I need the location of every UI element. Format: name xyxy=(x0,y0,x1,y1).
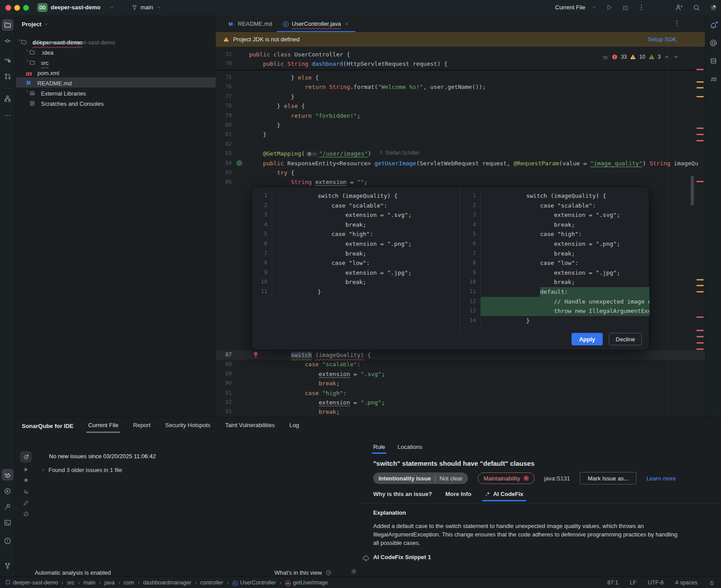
breadcrumb-item-com[interactable]: com xyxy=(124,580,134,586)
tree-item-src[interactable]: src xyxy=(16,57,216,67)
debug-button[interactable] xyxy=(622,4,629,11)
close-icon[interactable] xyxy=(344,21,349,26)
caret-position[interactable]: 87:1 xyxy=(608,580,618,586)
learn-more-link[interactable]: Learn more xyxy=(646,475,676,482)
next-issue-button[interactable] xyxy=(673,54,679,60)
subtab-why-is-this-an-issue-[interactable]: Why is this an issue? xyxy=(373,491,432,501)
code-line-80[interactable]: 80 } xyxy=(216,120,705,130)
whats-in-view-link[interactable]: What's in this view ? xyxy=(274,569,331,576)
breadcrumb-item-usercontroller[interactable]: CUserController xyxy=(232,580,276,586)
commit-tool-button[interactable] xyxy=(2,35,13,47)
code-line-90[interactable]: 90 break; xyxy=(216,379,705,388)
run-button[interactable] xyxy=(606,4,613,11)
subtab-more-info[interactable]: More Info xyxy=(445,491,471,501)
apply-button[interactable]: Apply xyxy=(572,333,603,345)
endpoint-gutter-icon[interactable] xyxy=(237,160,242,167)
code-line-91[interactable]: 91 case "high": xyxy=(216,388,705,398)
rule-tab-locations[interactable]: Locations xyxy=(398,444,423,454)
subtab-ai-codefix[interactable]: AI CodeFix xyxy=(485,491,524,501)
prev-issue-button[interactable] xyxy=(664,54,670,60)
code-with-me-button[interactable] xyxy=(675,4,682,11)
breadcrumb-item-dashboardmanager[interactable]: dashboardmanager xyxy=(143,580,191,586)
breadcrumb-item-src[interactable]: src xyxy=(67,580,75,586)
code-line-85[interactable]: 85 try { xyxy=(216,168,705,177)
code-line-81[interactable]: 81 } xyxy=(216,130,705,139)
unlock-icon[interactable] xyxy=(709,580,715,586)
clean-button[interactable] xyxy=(20,508,32,520)
found-issues-row[interactable]: Found 3 older issues in 1 file xyxy=(41,467,122,473)
tree-item-pom-xml[interactable]: mpom.xml xyxy=(16,67,216,77)
settings-button[interactable] xyxy=(710,4,717,11)
folder-tool-button[interactable] xyxy=(2,19,13,31)
branch-selector[interactable]: main xyxy=(141,4,153,11)
editor-scrollbar[interactable] xyxy=(691,176,694,205)
code-line-82[interactable]: 82 xyxy=(216,140,705,149)
notifications-tool-button[interactable] xyxy=(708,20,719,32)
url-mapping-widget[interactable] xyxy=(306,152,318,156)
tree-item-readme-md[interactable]: M↓README.md xyxy=(16,77,216,88)
sonar-help-tool-button[interactable]: ? xyxy=(2,54,13,65)
breadcrumb-item-controller[interactable]: controller xyxy=(200,580,223,586)
code-line-87[interactable]: 87 switch (imageQuality) { xyxy=(216,350,705,360)
code-line-92[interactable]: 92 extension = ".png"; xyxy=(216,398,705,407)
run-green-button[interactable] xyxy=(20,464,32,475)
code-line-88[interactable]: 88 case "scalable": xyxy=(216,360,705,369)
code-line-75[interactable]: 75 } else { xyxy=(216,73,705,82)
services-tool-button[interactable] xyxy=(2,485,13,497)
tab-readme-md[interactable]: M↓README.md xyxy=(222,15,278,32)
code-line-78[interactable]: 78 } else { xyxy=(216,101,705,111)
mark-issue-button[interactable]: Mark Issue as... xyxy=(580,472,636,484)
breadcrumb-item-java[interactable]: java xyxy=(105,580,115,586)
panel-settings-icon[interactable] xyxy=(351,568,357,574)
tree-item-external-libraries[interactable]: External Libraries xyxy=(16,88,216,98)
pull-request-tool-button[interactable] xyxy=(2,71,13,82)
bottom-panel-title[interactable]: SonarQube for IDE xyxy=(22,423,73,429)
tree-item--idea[interactable]: .idea xyxy=(16,47,216,57)
code-line-77[interactable]: 77 } xyxy=(216,92,705,101)
tools-button[interactable] xyxy=(20,497,32,508)
maven-tool-button[interactable]: m xyxy=(708,73,719,84)
code-line-84[interactable]: 84 public ResponseEntity<Resource> getUs… xyxy=(216,159,705,168)
git-branch-tool-button[interactable] xyxy=(2,560,13,572)
project-selector[interactable]: deeper-sast-demo xyxy=(51,4,101,11)
line-ending[interactable]: LF xyxy=(630,580,636,586)
setup-sdk-link[interactable]: Setup SDK xyxy=(648,36,677,43)
tab-usercontroller-java[interactable]: CUserController.java xyxy=(277,15,355,32)
bottom-tab-current-file[interactable]: Current File xyxy=(88,422,118,430)
terminal-tool-button[interactable] xyxy=(2,517,13,528)
code-line-86[interactable]: 86 String extension = ""; xyxy=(216,177,705,187)
inspection-widget[interactable]: 33 10 3 xyxy=(602,52,679,61)
close-window-button[interactable] xyxy=(5,5,11,11)
code-line-89[interactable]: 89 extension = ".svg"; xyxy=(216,369,705,379)
bottom-tab-security-hotspots[interactable]: Security Hotspots xyxy=(165,422,210,430)
breadcrumb-item-getuserimage[interactable]: mgetUserImage xyxy=(285,580,328,586)
minimize-window-button[interactable] xyxy=(14,5,20,11)
structure-tool-button[interactable] xyxy=(2,93,13,104)
database-tool-button[interactable] xyxy=(708,55,719,67)
code-line-76[interactable]: 76 return String.format("Welcome %s!", u… xyxy=(216,82,705,92)
decline-button[interactable]: Decline xyxy=(609,333,642,345)
build-tool-button[interactable] xyxy=(2,501,13,512)
zoom-window-button[interactable] xyxy=(23,5,29,11)
bottom-tab-log[interactable]: Log xyxy=(290,422,299,430)
more-actions-button[interactable] xyxy=(638,4,645,11)
rule-tab-rule[interactable]: Rule xyxy=(373,444,385,454)
breadcrumb-item-deeper-sast-demo[interactable]: deeper-sast-demo xyxy=(5,580,58,586)
sonarqube-tool-button[interactable] xyxy=(2,469,13,480)
problems-tool-button[interactable] xyxy=(2,535,13,547)
bottom-tab-taint-vulnerabilities[interactable]: Taint Vulnerabilities xyxy=(225,422,275,430)
bottom-tab-report[interactable]: Report xyxy=(133,422,150,430)
tab-options-button[interactable] xyxy=(673,20,681,27)
code-line-79[interactable]: 79 return "forbidden!"; xyxy=(216,111,705,120)
file-encoding[interactable]: UTF-8 xyxy=(648,580,664,586)
signal-check-button[interactable] xyxy=(20,485,32,497)
code-line-93[interactable]: 93 break; xyxy=(216,407,705,416)
project-panel-header[interactable]: Project xyxy=(22,21,48,28)
more-tool-button[interactable] xyxy=(2,110,13,121)
target-button[interactable] xyxy=(20,451,32,463)
ai-assistant-tool-button[interactable] xyxy=(708,37,719,49)
tree-item-deeper-sast-demo[interactable]: deeper-sast-demo ~/Documents/deeper-sast… xyxy=(16,36,216,47)
code-line-83[interactable]: 83 @GetMapping("/user/images")Stefan Sch… xyxy=(216,149,705,158)
stop-button[interactable] xyxy=(20,474,32,486)
indent-setting[interactable]: 4 spaces xyxy=(675,580,697,586)
